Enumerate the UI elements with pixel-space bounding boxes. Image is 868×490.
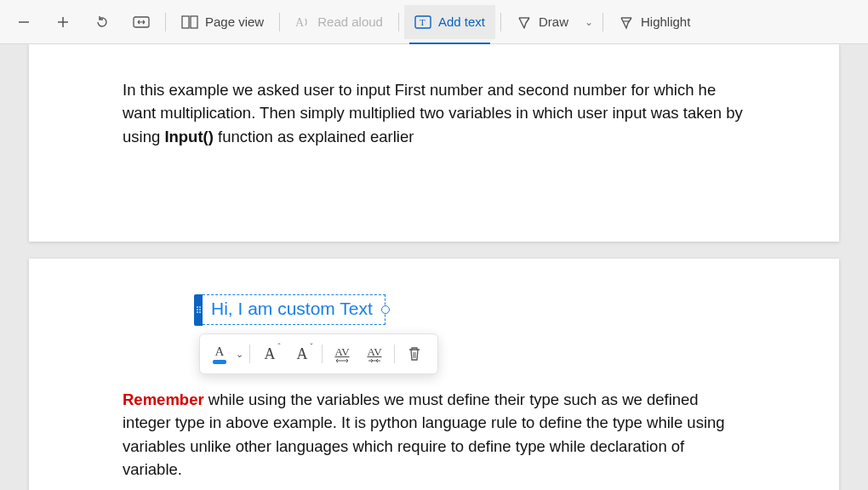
read-aloud-label: Read aloud [317,14,383,29]
toolbar-separator [279,13,280,31]
decrease-font-icon: Aˇ [297,345,308,363]
read-aloud-icon: A [295,14,311,30]
increase-font-button[interactable]: Aˆ [254,337,286,371]
add-text-button[interactable]: T Add text [404,5,495,39]
format-separator [394,345,395,363]
paragraph-bold: Input() [164,128,214,145]
paragraph-text: while using the variables we must define… [123,390,725,478]
highlight-button[interactable]: Highlight [608,5,700,39]
svg-text:A: A [295,16,305,29]
minus-icon [17,15,31,29]
page-gap [29,242,839,259]
decrease-spacing-icon: AV [367,345,382,363]
paragraph: Remember while using the variables we mu… [123,388,745,481]
toolbar-separator [500,13,501,31]
trash-icon [408,346,421,362]
pdf-toolbar: Page view A Read aloud T Add text Draw ⌄… [0,0,868,44]
resize-handle[interactable] [381,305,390,314]
color-swatch [213,360,226,364]
increase-spacing-icon: AV [334,345,350,363]
rotate-icon [94,14,110,30]
page-view-icon [181,15,198,29]
drag-handle[interactable] [194,294,203,326]
chevron-down-icon: ⌄ [236,349,243,360]
plus-icon [56,15,70,29]
remember-highlight: Remember [123,390,204,408]
draw-icon [517,14,532,30]
svg-rect-4 [182,16,189,28]
text-annotation[interactable]: Hi, I am custom Text [203,294,385,325]
highlight-icon [619,14,634,30]
draw-label: Draw [539,14,568,29]
page-view-label: Page view [205,14,264,29]
letter-a-icon: A [215,345,225,359]
decrease-font-button[interactable]: Aˇ [286,337,318,371]
svg-text:T: T [420,17,425,27]
format-separator [322,345,323,363]
chevron-down-icon: ⌄ [585,16,593,28]
text-color-dropdown[interactable]: ⌄ [232,349,246,360]
read-aloud-button[interactable]: A Read aloud [285,5,393,39]
toolbar-separator [398,13,399,31]
text-annotation-box[interactable]: Hi, I am custom Text [203,294,385,325]
paragraph: In this example we asked user to input F… [123,78,745,148]
zoom-out-button[interactable] [5,5,43,39]
pdf-workspace: In this example we asked user to input F… [0,44,868,490]
text-color-button[interactable]: A [207,337,232,371]
increase-font-icon: Aˆ [265,345,276,363]
draw-dropdown[interactable]: ⌄ [580,5,597,39]
rotate-button[interactable] [83,5,121,39]
pdf-page[interactable]: Hi, I am custom Text A ⌄ Aˆ Aˇ [29,259,839,490]
text-format-toolbar: A ⌄ Aˆ Aˇ AV [199,333,438,374]
draw-button[interactable]: Draw [506,5,579,39]
delete-text-button[interactable] [398,337,431,371]
decrease-spacing-button[interactable]: AV [358,337,391,371]
pdf-page[interactable]: In this example we asked user to input F… [29,44,839,242]
page-view-button[interactable]: Page view [171,5,274,39]
add-text-icon: T [414,15,431,29]
format-separator [249,345,250,363]
paragraph-text: function as explained earlier [214,128,414,145]
fit-width-button[interactable] [123,5,160,39]
toolbar-separator [165,13,166,31]
zoom-in-button[interactable] [44,5,82,39]
svg-rect-5 [191,16,197,28]
increase-spacing-button[interactable]: AV [326,337,358,371]
highlight-label: Highlight [641,14,690,29]
add-text-label: Add text [438,14,485,29]
toolbar-separator [602,13,603,31]
text-annotation-content[interactable]: Hi, I am custom Text [211,299,373,319]
fit-width-icon [133,16,150,28]
